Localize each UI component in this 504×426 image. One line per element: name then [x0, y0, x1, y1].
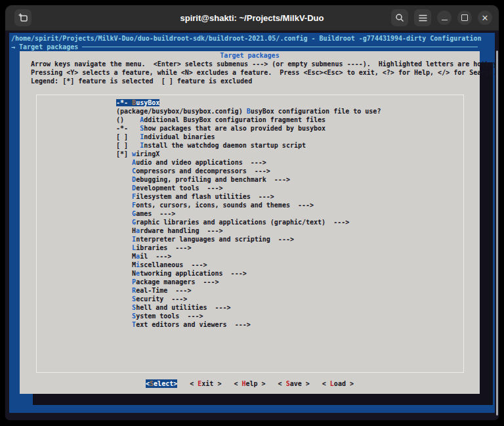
item-text: ebugging, profiling and benchmark ---> — [136, 176, 290, 183]
item-text: elect> — [154, 380, 177, 387]
menu-item[interactable]: Debugging, profiling and benchmark ---> — [116, 175, 381, 184]
item-text — [116, 167, 132, 175]
breadcrumb-rule — [82, 47, 478, 47]
menu-item[interactable]: [ ] Install the watchdog daemon startup … — [116, 141, 381, 150]
menu-icon — [419, 14, 427, 22]
item-text: N — [116, 270, 136, 277]
menu-item[interactable]: Compressors and decompressors ---> — [116, 167, 381, 175]
menu-item[interactable]: Libraries ---> — [116, 244, 381, 252]
close-button[interactable]: ✕ — [478, 11, 492, 25]
menu-item-selected[interactable]: -*- BusyBox — [116, 98, 381, 107]
item-text: iringX — [136, 150, 159, 158]
item-text: -*- — [116, 99, 132, 106]
item-text: usyBox configuration file to use? — [251, 108, 381, 115]
menu-item[interactable]: Package managers ---> — [116, 278, 381, 286]
item-text — [116, 219, 132, 226]
maximize-icon — [461, 14, 468, 21]
search-button[interactable] — [391, 9, 408, 26]
menu-item[interactable]: Real-Time ---> — [116, 286, 381, 295]
help-button[interactable]: < Help > — [234, 379, 265, 388]
item-text — [116, 184, 132, 192]
item-text: tworking applications ---> — [140, 270, 247, 277]
item-text — [116, 193, 132, 200]
breadcrumb-label: → Target packages — [11, 43, 78, 51]
item-text: ystem tools ---> — [136, 312, 203, 320]
item-text: il ---> — [140, 253, 171, 260]
item-text: H — [116, 227, 136, 234]
menu-item[interactable]: Graphic libraries and applications (grap… — [116, 218, 381, 226]
breadcrumb: → Target packages — [11, 43, 495, 51]
new-tab-icon — [18, 13, 28, 22]
exit-button[interactable]: < Exit > — [190, 379, 221, 388]
maximize-button[interactable] — [457, 11, 472, 25]
button-row: <Select>< Exit >< Help >< Save >< Load > — [20, 379, 480, 388]
item-text: raphic libraries and applications (graph… — [136, 219, 349, 226]
select-button[interactable]: <Select> — [146, 379, 177, 388]
item-text — [116, 278, 132, 286]
item-text: < — [278, 380, 286, 387]
menu-item[interactable]: Networking applications ---> — [116, 269, 381, 278]
item-text: nstall the watchdog daemon startup scrip… — [144, 142, 306, 149]
load-button[interactable]: < Load > — [322, 379, 354, 388]
save-button[interactable]: < Save > — [278, 379, 310, 388]
item-text: M — [116, 261, 136, 268]
item-text: [ ] — [116, 133, 140, 140]
desktop-background: spirit@shakti: ~/Projects/MilkV-Duo — [0, 0, 504, 426]
new-tab-button[interactable] — [14, 9, 32, 26]
menu-item[interactable]: [*] wiringX — [116, 150, 381, 158]
menu-item[interactable]: Interpreter languages and scripting ---> — [116, 235, 381, 244]
item-text: () — [116, 116, 140, 123]
menu-box: -*- BusyBox(package/busybox/busybox.conf… — [36, 95, 464, 373]
item-text: ackage managers ---> — [136, 278, 219, 286]
item-text: scellaneous ---> — [140, 261, 207, 268]
item-text: -*- — [116, 125, 140, 132]
menuconfig-screen: /home/spirit/Projects/MilkV-Duo/duo-buil… — [9, 33, 495, 413]
item-text: evelopment tools ---> — [136, 184, 222, 192]
config-path-line: /home/spirit/Projects/MilkV-Duo/duo-buil… — [11, 34, 495, 43]
menu-item[interactable]: Development tools ---> — [116, 184, 381, 192]
item-text — [116, 159, 132, 166]
item-text — [116, 295, 132, 303]
menu-item[interactable]: Filesystem and flash utilities ---> — [116, 192, 381, 201]
item-text: [*] — [116, 150, 132, 158]
item-text: ames ---> — [136, 210, 175, 217]
item-text — [116, 244, 132, 251]
terminal-body[interactable]: /home/spirit/Projects/MilkV-Duo/duo-buil… — [5, 31, 499, 420]
item-text: ext editors and viewers ---> — [136, 321, 251, 328]
item-text — [116, 202, 132, 209]
item-text — [116, 287, 132, 294]
menu-item[interactable]: Security ---> — [116, 295, 381, 303]
minimize-button[interactable] — [437, 11, 452, 25]
menu-item[interactable]: Fonts, cursors, icons, sounds and themes… — [116, 201, 381, 209]
menu-item[interactable]: [ ] Individual binaries — [116, 133, 381, 141]
item-text: usyBox — [136, 99, 159, 106]
menu-item[interactable]: System tools ---> — [116, 312, 381, 320]
menu-item[interactable]: Mail ---> — [116, 252, 381, 261]
menu-button[interactable] — [414, 9, 431, 26]
menu-item[interactable]: Text editors and viewers ---> — [116, 320, 381, 329]
item-text: ompressors and decompressors ---> — [136, 167, 270, 175]
menu-item[interactable]: Audio and video applications ---> — [116, 158, 381, 167]
item-text: ave > — [290, 380, 310, 387]
menu-item[interactable]: Games ---> — [116, 209, 381, 218]
item-text: rdware handling ---> — [140, 227, 222, 234]
menu-item[interactable]: () Additional BusyBox configuration frag… — [116, 116, 381, 124]
item-text: ecurity ---> — [136, 295, 187, 303]
item-text: oad > — [334, 380, 354, 387]
menu-item[interactable]: Hardware handling ---> — [116, 226, 381, 235]
menu-item[interactable]: Miscellaneous ---> — [116, 261, 381, 269]
item-text: elp > — [245, 380, 265, 387]
item-text: udio and video applications ---> — [136, 159, 266, 166]
terminal-scrollbar[interactable] — [496, 51, 498, 415]
titlebar[interactable]: spirit@shakti: ~/Projects/MilkV-Duo — [5, 5, 499, 31]
instructions-line: Legend: [*] feature is selected [ ] feat… — [31, 77, 480, 85]
item-text: onts, cursors, icons, sounds and themes … — [136, 202, 314, 209]
menu-item[interactable]: -*- Show packages that are also provided… — [116, 124, 381, 133]
item-text: xit > — [201, 380, 221, 387]
item-text — [116, 321, 132, 328]
terminal-window: spirit@shakti: ~/Projects/MilkV-Duo — [5, 5, 499, 420]
menu-item[interactable]: (package/busybox/busybox.config) BusyBox… — [116, 107, 381, 116]
item-text: [ ] — [116, 142, 140, 149]
menu-item[interactable]: Shell and utilities ---> — [116, 303, 381, 312]
dialog-title: Target packages — [20, 51, 480, 60]
